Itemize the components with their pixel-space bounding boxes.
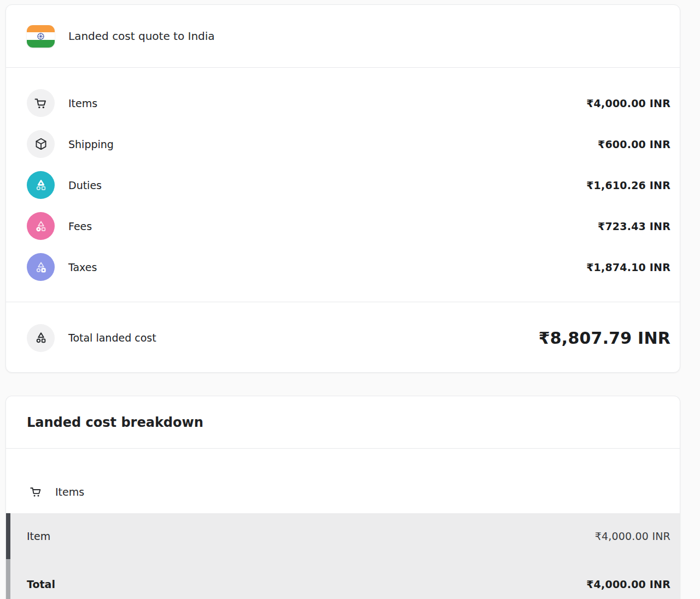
cart-icon bbox=[29, 485, 43, 499]
landed-cost-quote-card: Landed cost quote to India Items ₹4,000.… bbox=[5, 4, 680, 373]
shapes-icon bbox=[27, 324, 55, 352]
table-scrollbar[interactable] bbox=[6, 513, 10, 599]
table-row-total: Total ₹4,000.00 INR bbox=[6, 559, 680, 599]
quote-row-duties: Duties ₹1,610.26 INR bbox=[6, 165, 680, 205]
shapes-circle-icon bbox=[27, 212, 55, 240]
quote-row-label: Fees bbox=[68, 220, 92, 232]
quote-row-amount: ₹723.43 INR bbox=[598, 220, 670, 232]
breakdown-card-title: Landed cost breakdown bbox=[27, 415, 203, 430]
cart-icon bbox=[27, 89, 55, 117]
quote-row-fees: Fees ₹723.43 INR bbox=[6, 205, 680, 246]
quote-card-title: Landed cost quote to India bbox=[68, 30, 215, 43]
quote-row-label: Taxes bbox=[68, 261, 97, 273]
table-row-amount: ₹4,000.00 INR bbox=[595, 530, 670, 542]
breakdown-table: Item ₹4,000.00 INR Total ₹4,000.00 INR bbox=[6, 513, 680, 599]
india-flag-icon bbox=[27, 25, 55, 48]
quote-row-amount: ₹600.00 INR bbox=[598, 138, 670, 150]
total-landed-cost-label: Total landed cost bbox=[68, 332, 156, 344]
quote-row-label: Duties bbox=[68, 179, 102, 191]
breakdown-items-section-header: Items bbox=[6, 449, 680, 513]
shapes-triangle-icon bbox=[27, 171, 55, 199]
quote-row-items: Items ₹4,000.00 INR bbox=[6, 83, 680, 124]
table-row-item: Item ₹4,000.00 INR bbox=[6, 513, 680, 559]
total-landed-cost-amount: ₹8,807.79 INR bbox=[539, 328, 670, 348]
table-row-amount: ₹4,000.00 INR bbox=[586, 578, 670, 590]
scrollbar-track[interactable] bbox=[6, 559, 10, 599]
breakdown-section-label: Items bbox=[55, 486, 84, 498]
quote-card-header: Landed cost quote to India bbox=[6, 5, 680, 68]
shapes-square-icon bbox=[27, 253, 55, 281]
breakdown-card-header: Landed cost breakdown bbox=[6, 396, 680, 449]
quote-row-amount: ₹1,874.10 INR bbox=[586, 261, 670, 273]
package-icon bbox=[27, 130, 55, 158]
quote-row-shipping: Shipping ₹600.00 INR bbox=[6, 124, 680, 165]
quote-row-amount: ₹4,000.00 INR bbox=[586, 97, 670, 109]
scrollbar-thumb[interactable] bbox=[6, 513, 10, 559]
quote-row-label: Shipping bbox=[68, 138, 114, 150]
table-row-label: Item bbox=[27, 530, 50, 542]
total-landed-cost-row: Total landed cost ₹8,807.79 INR bbox=[6, 302, 680, 373]
quote-row-label: Items bbox=[68, 97, 97, 109]
quote-row-amount: ₹1,610.26 INR bbox=[586, 179, 670, 191]
quote-row-taxes: Taxes ₹1,874.10 INR bbox=[6, 246, 680, 287]
ashoka-chakra-icon bbox=[37, 32, 45, 40]
table-row-label: Total bbox=[27, 578, 55, 590]
quote-rows: Items ₹4,000.00 INR Shipping ₹600.00 INR bbox=[6, 68, 680, 302]
landed-cost-breakdown-card: Landed cost breakdown Items Item ₹4,000.… bbox=[5, 396, 680, 599]
